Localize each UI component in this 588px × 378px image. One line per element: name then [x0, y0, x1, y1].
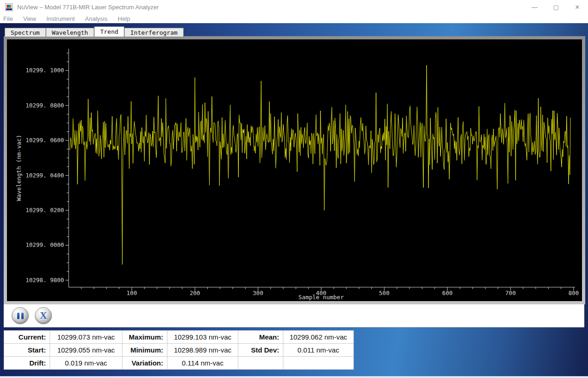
svg-text:10299. 0000: 10299. 0000 [26, 241, 64, 248]
app-icon-brandbar [6, 8, 12, 10]
svg-text:10299. 0200: 10299. 0200 [26, 207, 64, 214]
menu-help[interactable]: Help [118, 15, 130, 22]
window-controls: — ▢ ✕ [524, 0, 588, 14]
svg-text:Wavelength (nm-vac): Wavelength (nm-vac) [15, 135, 22, 201]
acquisition-controls: X [4, 304, 584, 328]
title-bar: NuView – Model 771B-MIR Laser Spectrum A… [0, 0, 588, 14]
pause-button[interactable] [12, 307, 29, 324]
window-title: NuView – Model 771B-MIR Laser Spectrum A… [17, 4, 159, 11]
stat-label: Current: [4, 331, 50, 344]
stat-value: 10299.103 nm-vac [167, 331, 238, 344]
stop-button[interactable]: X [35, 307, 52, 324]
tab-trend[interactable]: Trend [94, 26, 124, 37]
stat-value: 10299.073 nm-vac [50, 331, 122, 344]
minimize-button[interactable]: — [524, 0, 545, 14]
stat-label: Drift: [4, 357, 50, 370]
tab-wavelength[interactable]: Wavelength [46, 28, 94, 37]
stop-x-icon: X [40, 311, 47, 321]
svg-text:10299. 0600: 10299. 0600 [26, 137, 64, 144]
stat-label: Maximum: [122, 331, 167, 344]
stat-label: Start: [4, 344, 50, 357]
table-row: Drift: 0.019 nm-vac Variation: 0.114 nm-… [4, 357, 354, 370]
tab-bar: Spectrum Wavelength Trend Interferogram [5, 26, 184, 37]
stat-value [283, 357, 354, 370]
svg-text:100: 100 [127, 290, 137, 296]
maximize-button[interactable]: ▢ [545, 0, 567, 14]
svg-text:10299. 1000: 10299. 1000 [26, 67, 64, 74]
close-button[interactable]: ✕ [567, 0, 588, 14]
stat-value: 10299.055 nm-vac [50, 344, 122, 357]
svg-text:Sample number: Sample number [299, 294, 344, 301]
svg-text:800: 800 [569, 290, 579, 296]
stat-value: 10298.989 nm-vac [167, 344, 238, 357]
stat-label: Minimum: [122, 344, 167, 357]
menu-view[interactable]: View [23, 15, 36, 22]
table-row: Current: 10299.073 nm-vac Maximum: 10299… [4, 331, 354, 344]
stat-label: Std Dev: [238, 344, 283, 357]
stat-label: Mean: [238, 331, 283, 344]
svg-text:500: 500 [379, 290, 390, 296]
menu-bar: File View Instrument Analysis Help [0, 14, 588, 23]
pause-icon [17, 313, 24, 319]
svg-text:200: 200 [190, 290, 200, 296]
statistics-table: Current: 10299.073 nm-vac Maximum: 10299… [4, 330, 354, 370]
menu-instrument[interactable]: Instrument [46, 15, 75, 22]
svg-text:700: 700 [505, 290, 516, 296]
stat-value: 0.011 nm-vac [283, 344, 354, 357]
stat-label: Variation: [122, 357, 167, 370]
stat-value: 0.019 nm-vac [50, 357, 122, 370]
tab-spectrum[interactable]: Spectrum [5, 28, 46, 37]
svg-text:600: 600 [442, 290, 453, 296]
menu-file[interactable]: File [3, 15, 13, 22]
svg-text:10299. 0800: 10299. 0800 [26, 102, 64, 109]
chart-frame: 10299. 100010299. 080010299. 060010299. … [4, 36, 585, 304]
menu-analysis[interactable]: Analysis [85, 15, 107, 22]
trend-chart: 10299. 100010299. 080010299. 060010299. … [7, 39, 582, 301]
tab-interferogram[interactable]: Interferogram [124, 28, 184, 37]
stat-value: 0.114 nm-vac [167, 357, 238, 370]
svg-text:10299. 0400: 10299. 0400 [26, 172, 64, 179]
table-row: Start: 10299.055 nm-vac Minimum: 10298.9… [4, 344, 354, 357]
stat-value: 10299.062 nm-vac [283, 331, 354, 344]
stat-label [238, 357, 283, 370]
app-icon-scribble [6, 5, 12, 8]
svg-text:300: 300 [253, 290, 263, 296]
app-icon [5, 3, 13, 11]
svg-text:10298. 9800: 10298. 9800 [26, 277, 64, 284]
bottom-edge-strip [0, 376, 588, 378]
